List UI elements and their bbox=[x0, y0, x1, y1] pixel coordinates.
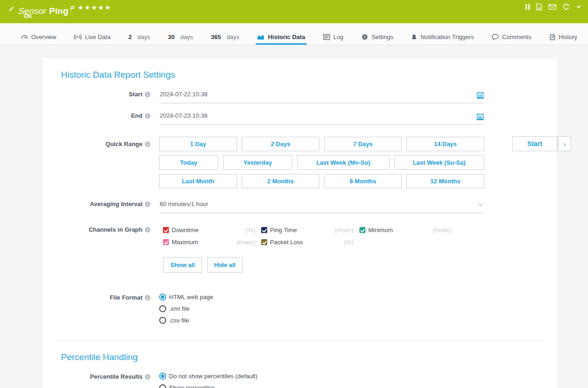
pause-icon[interactable] bbox=[526, 4, 530, 10]
percentile-show-radio[interactable]: Show percentiles bbox=[159, 384, 484, 388]
channel-minimum-checkbox[interactable]: Minimum (msec) bbox=[359, 227, 452, 234]
quick-range-today-button[interactable]: Today bbox=[159, 155, 218, 170]
quick-range-6-months-button[interactable]: 6 Months bbox=[324, 174, 402, 188]
tab-strip: Overview Live Data 2days 30days 365days … bbox=[0, 23, 588, 45]
end-label: End bbox=[131, 112, 142, 119]
checkbox-checked-icon[interactable] bbox=[359, 227, 365, 233]
checkbox-checked-icon[interactable] bbox=[261, 239, 267, 245]
averaging-interval-row: Averaging Interval i 60 minutes/1 hour bbox=[61, 200, 539, 213]
info-icon[interactable]: i bbox=[145, 113, 150, 119]
end-row: End i 2024-07-23 10:38 bbox=[61, 111, 539, 125]
file-format-csv-radio[interactable]: .csv file bbox=[159, 317, 484, 324]
hide-all-button[interactable]: Hide all bbox=[207, 257, 243, 273]
info-icon[interactable]: i bbox=[145, 227, 150, 233]
sensor-title-prefix: Sensor bbox=[18, 6, 46, 16]
percentile-results-label: Percentile Results bbox=[90, 373, 142, 380]
channels-in-graph-row: Channels in Graph i Downtime (%) Ping Ti… bbox=[61, 225, 539, 273]
quick-range-7-days-button[interactable]: 7 Days bbox=[324, 137, 402, 151]
refresh-icon[interactable] bbox=[562, 3, 570, 11]
tab-live-data[interactable]: Live Data bbox=[73, 29, 112, 45]
channels-in-graph-label: Channels in Graph bbox=[88, 226, 142, 233]
percentile-results-row: Percentile Results i Do not show percent… bbox=[61, 372, 539, 388]
channel-ping-time-checkbox[interactable]: Ping Time (msec) bbox=[261, 227, 353, 234]
section-title-historic-data-report-settings: Historic Data Report Settings bbox=[61, 70, 539, 80]
settings-card: Historic Data Report Settings Start i 20… bbox=[42, 58, 557, 388]
channel-packet-loss-checkbox[interactable]: Packet Loss (%) bbox=[261, 239, 353, 246]
checkbox-checked-icon[interactable] bbox=[261, 227, 267, 233]
file-format-html-radio[interactable]: HTML web page bbox=[159, 294, 484, 301]
averaging-interval-label: Averaging Interval bbox=[90, 201, 142, 207]
quick-range-1-day-button[interactable]: 1 Day bbox=[159, 137, 237, 151]
info-icon[interactable]: i bbox=[145, 92, 150, 97]
radio-icon[interactable] bbox=[159, 317, 166, 324]
broadcast-icon bbox=[74, 34, 81, 40]
tab-historic-data[interactable]: Historic Data bbox=[256, 29, 306, 45]
checkbox-checked-icon[interactable] bbox=[163, 227, 169, 233]
status-ok-check-icon: ✓ bbox=[8, 5, 14, 13]
tab-2-days[interactable]: 2days bbox=[127, 29, 152, 45]
quick-range-row: Quick Range i 1 Day 2 Days 7 Days 14 Day… bbox=[61, 137, 539, 188]
file-format-row: File Format i HTML web page .xml file bbox=[61, 293, 539, 324]
comment-icon bbox=[492, 34, 499, 40]
quick-range-14-days-button[interactable]: 14 Days bbox=[406, 137, 484, 151]
quick-range-last-week-su-sa-button[interactable]: Last Week (Su-Sa) bbox=[394, 155, 485, 170]
info-icon[interactable]: i bbox=[145, 201, 150, 207]
quick-range-last-week-mo-su-button[interactable]: Last Week (Mo-Su) bbox=[297, 155, 389, 170]
section-divider bbox=[56, 341, 543, 341]
quick-range-last-month-button[interactable]: Last Month bbox=[159, 174, 237, 188]
info-icon[interactable]: i bbox=[145, 295, 150, 301]
tab-overview[interactable]: Overview bbox=[20, 29, 58, 45]
start-chevron-button[interactable]: › bbox=[558, 136, 571, 151]
tab-30-days[interactable]: 30days bbox=[167, 29, 195, 45]
gear-icon bbox=[361, 33, 368, 40]
info-icon[interactable]: i bbox=[145, 141, 150, 147]
start-date-input[interactable]: 2024-07-22 10:38 bbox=[159, 90, 484, 103]
email-icon[interactable] bbox=[548, 4, 556, 10]
channel-maximum-checkbox[interactable]: Maximum (msec) bbox=[163, 239, 255, 246]
file-format-xml-radio[interactable]: .xml file bbox=[159, 305, 484, 312]
radio-icon[interactable] bbox=[159, 384, 166, 388]
section-title-percentile-handling: Percentile Handling bbox=[61, 352, 539, 362]
area-chart-icon bbox=[257, 34, 264, 40]
quick-range-label: Quick Range bbox=[106, 140, 142, 147]
start-report-button[interactable]: Start bbox=[512, 136, 557, 151]
history-icon bbox=[549, 34, 555, 40]
priority-stars[interactable]: ★★★★★ bbox=[78, 4, 112, 11]
checkbox-checked-icon[interactable] bbox=[163, 239, 169, 245]
sensor-name: Ping bbox=[49, 6, 68, 16]
tab-365-days[interactable]: 365days bbox=[210, 29, 241, 45]
add-report-icon[interactable] bbox=[536, 3, 542, 11]
tab-log[interactable]: Log bbox=[322, 29, 345, 45]
quick-range-yesterday-button[interactable]: Yesterday bbox=[223, 155, 293, 170]
channel-downtime-checkbox[interactable]: Downtime (%) bbox=[163, 227, 255, 234]
sensor-status-badge: OK bbox=[24, 13, 32, 20]
gauge-icon bbox=[21, 34, 28, 40]
start-label: Start bbox=[128, 91, 142, 98]
tab-comments[interactable]: Comments bbox=[490, 29, 533, 45]
log-icon bbox=[323, 34, 330, 40]
calendar-icon[interactable] bbox=[477, 113, 484, 122]
chevron-down-icon[interactable] bbox=[478, 201, 483, 206]
flag-icon[interactable] bbox=[70, 3, 75, 13]
radio-selected-icon[interactable] bbox=[159, 373, 166, 380]
file-format-label: File Format bbox=[110, 294, 142, 301]
percentile-do-not-show-radio[interactable]: Do not show percentiles (default) bbox=[159, 373, 484, 380]
caret-down-icon[interactable] bbox=[576, 6, 581, 8]
quick-range-12-months-button[interactable]: 12 Months bbox=[406, 174, 484, 188]
tab-settings[interactable]: Settings bbox=[360, 29, 395, 45]
info-icon[interactable]: i bbox=[145, 374, 150, 380]
averaging-interval-select[interactable]: 60 minutes/1 hour bbox=[159, 200, 484, 213]
radio-icon[interactable] bbox=[159, 305, 166, 312]
tab-history[interactable]: History bbox=[548, 29, 579, 45]
quick-range-2-days-button[interactable]: 2 Days bbox=[242, 137, 319, 151]
show-all-button[interactable]: Show all bbox=[163, 257, 202, 273]
calendar-icon[interactable] bbox=[477, 92, 484, 100]
sensor-header: ✓ SensorPing ★★★★★ OK bbox=[0, 0, 588, 23]
bell-icon bbox=[411, 34, 417, 40]
quick-range-2-months-button[interactable]: 2 Months bbox=[242, 174, 319, 188]
tab-notification-triggers[interactable]: Notification Triggers bbox=[410, 29, 475, 45]
radio-selected-icon[interactable] bbox=[159, 294, 166, 301]
end-date-input[interactable]: 2024-07-23 10:38 bbox=[159, 111, 484, 125]
start-row: Start i 2024-07-22 10:38 bbox=[61, 90, 539, 103]
